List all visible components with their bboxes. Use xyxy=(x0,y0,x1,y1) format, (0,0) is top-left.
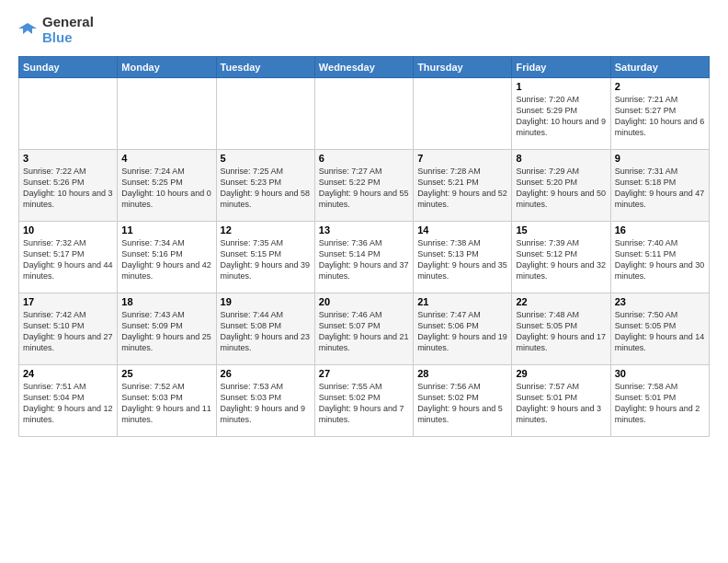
day-info: Sunrise: 7:24 AM Sunset: 5:25 PM Dayligh… xyxy=(121,166,211,211)
day-number: 5 xyxy=(221,153,311,164)
week-row-5: 24Sunrise: 7:51 AM Sunset: 5:04 PM Dayli… xyxy=(19,365,710,437)
page-container: General Blue SundayMondayTuesdayWednesda… xyxy=(0,0,728,446)
calendar-cell: 30Sunrise: 7:58 AM Sunset: 5:01 PM Dayli… xyxy=(610,365,709,437)
day-info: Sunrise: 7:43 AM Sunset: 5:09 PM Dayligh… xyxy=(121,309,211,354)
day-number: 19 xyxy=(221,296,311,307)
calendar-cell: 17Sunrise: 7:42 AM Sunset: 5:10 PM Dayli… xyxy=(19,293,118,365)
day-number: 16 xyxy=(615,224,705,236)
day-header-monday: Monday xyxy=(118,57,216,78)
calendar-cell: 29Sunrise: 7:57 AM Sunset: 5:01 PM Dayli… xyxy=(512,365,610,437)
calendar-cell: 11Sunrise: 7:34 AM Sunset: 5:16 PM Dayli… xyxy=(118,222,216,293)
day-number: 12 xyxy=(221,224,311,236)
day-number: 3 xyxy=(23,153,113,164)
calendar-cell: 26Sunrise: 7:53 AM Sunset: 5:03 PM Dayli… xyxy=(216,365,314,437)
calendar-cell: 5Sunrise: 7:25 AM Sunset: 5:23 PM Daylig… xyxy=(216,150,314,222)
day-info: Sunrise: 7:34 AM Sunset: 5:16 PM Dayligh… xyxy=(121,237,211,282)
calendar-cell: 14Sunrise: 7:38 AM Sunset: 5:13 PM Dayli… xyxy=(414,222,512,293)
day-info: Sunrise: 7:27 AM Sunset: 5:22 PM Dayligh… xyxy=(319,166,409,211)
day-number: 4 xyxy=(121,153,211,164)
day-info: Sunrise: 7:31 AM Sunset: 5:18 PM Dayligh… xyxy=(615,166,705,211)
logo-general: General xyxy=(42,15,94,30)
day-header-sunday: Sunday xyxy=(19,57,118,78)
calendar-cell: 8Sunrise: 7:29 AM Sunset: 5:20 PM Daylig… xyxy=(512,150,610,222)
day-info: Sunrise: 7:55 AM Sunset: 5:02 PM Dayligh… xyxy=(319,381,409,426)
calendar-cell: 2Sunrise: 7:21 AM Sunset: 5:27 PM Daylig… xyxy=(610,78,709,150)
logo: General Blue xyxy=(18,15,94,45)
day-info: Sunrise: 7:53 AM Sunset: 5:03 PM Dayligh… xyxy=(221,381,311,426)
day-number: 6 xyxy=(319,153,409,164)
calendar-cell: 21Sunrise: 7:47 AM Sunset: 5:06 PM Dayli… xyxy=(414,293,512,365)
calendar-cell: 4Sunrise: 7:24 AM Sunset: 5:25 PM Daylig… xyxy=(118,150,216,222)
day-header-thursday: Thursday xyxy=(414,57,512,78)
day-info: Sunrise: 7:58 AM Sunset: 5:01 PM Dayligh… xyxy=(615,381,705,426)
calendar-cell: 22Sunrise: 7:48 AM Sunset: 5:05 PM Dayli… xyxy=(512,293,610,365)
day-info: Sunrise: 7:46 AM Sunset: 5:07 PM Dayligh… xyxy=(319,309,409,354)
calendar-cell: 13Sunrise: 7:36 AM Sunset: 5:14 PM Dayli… xyxy=(314,222,413,293)
day-info: Sunrise: 7:20 AM Sunset: 5:29 PM Dayligh… xyxy=(516,94,606,139)
day-info: Sunrise: 7:51 AM Sunset: 5:04 PM Dayligh… xyxy=(23,381,113,426)
day-info: Sunrise: 7:52 AM Sunset: 5:03 PM Dayligh… xyxy=(121,381,211,426)
day-number: 30 xyxy=(615,368,705,379)
calendar-cell: 24Sunrise: 7:51 AM Sunset: 5:04 PM Dayli… xyxy=(19,365,118,437)
week-row-2: 3Sunrise: 7:22 AM Sunset: 5:26 PM Daylig… xyxy=(19,150,710,222)
calendar-cell: 3Sunrise: 7:22 AM Sunset: 5:26 PM Daylig… xyxy=(19,150,118,222)
day-info: Sunrise: 7:32 AM Sunset: 5:17 PM Dayligh… xyxy=(23,237,113,282)
week-row-3: 10Sunrise: 7:32 AM Sunset: 5:17 PM Dayli… xyxy=(19,222,710,293)
calendar-cell: 6Sunrise: 7:27 AM Sunset: 5:22 PM Daylig… xyxy=(314,150,413,222)
calendar-cell: 1Sunrise: 7:20 AM Sunset: 5:29 PM Daylig… xyxy=(512,78,610,150)
day-info: Sunrise: 7:36 AM Sunset: 5:14 PM Dayligh… xyxy=(319,237,409,282)
day-info: Sunrise: 7:38 AM Sunset: 5:13 PM Dayligh… xyxy=(417,237,507,282)
day-number: 18 xyxy=(121,296,211,307)
calendar-cell xyxy=(118,78,216,150)
calendar-cell: 25Sunrise: 7:52 AM Sunset: 5:03 PM Dayli… xyxy=(118,365,216,437)
day-info: Sunrise: 7:42 AM Sunset: 5:10 PM Dayligh… xyxy=(23,309,113,354)
day-number: 7 xyxy=(417,153,507,164)
day-info: Sunrise: 7:40 AM Sunset: 5:11 PM Dayligh… xyxy=(615,237,705,282)
day-info: Sunrise: 7:39 AM Sunset: 5:12 PM Dayligh… xyxy=(516,237,606,282)
day-number: 28 xyxy=(417,368,507,379)
day-number: 26 xyxy=(221,368,311,379)
day-number: 20 xyxy=(319,296,409,307)
day-header-friday: Friday xyxy=(512,57,610,78)
day-info: Sunrise: 7:35 AM Sunset: 5:15 PM Dayligh… xyxy=(221,237,311,282)
day-info: Sunrise: 7:28 AM Sunset: 5:21 PM Dayligh… xyxy=(417,166,507,211)
days-header-row: SundayMondayTuesdayWednesdayThursdayFrid… xyxy=(19,57,710,78)
day-number: 2 xyxy=(615,81,705,92)
day-number: 27 xyxy=(319,368,409,379)
svg-marker-0 xyxy=(18,23,37,34)
day-number: 29 xyxy=(516,368,606,379)
calendar-cell: 18Sunrise: 7:43 AM Sunset: 5:09 PM Dayli… xyxy=(118,293,216,365)
day-info: Sunrise: 7:21 AM Sunset: 5:27 PM Dayligh… xyxy=(615,94,705,139)
day-info: Sunrise: 7:29 AM Sunset: 5:20 PM Dayligh… xyxy=(516,166,606,211)
logo-blue: Blue xyxy=(42,30,94,46)
calendar-cell: 16Sunrise: 7:40 AM Sunset: 5:11 PM Dayli… xyxy=(610,222,709,293)
calendar-cell: 9Sunrise: 7:31 AM Sunset: 5:18 PM Daylig… xyxy=(610,150,709,222)
calendar-cell: 23Sunrise: 7:50 AM Sunset: 5:05 PM Dayli… xyxy=(610,293,709,365)
calendar-cell xyxy=(414,78,512,150)
day-info: Sunrise: 7:56 AM Sunset: 5:02 PM Dayligh… xyxy=(417,381,507,426)
calendar-cell xyxy=(216,78,314,150)
calendar-cell xyxy=(314,78,413,150)
calendar-cell: 19Sunrise: 7:44 AM Sunset: 5:08 PM Dayli… xyxy=(216,293,314,365)
day-number: 8 xyxy=(516,153,606,164)
day-header-wednesday: Wednesday xyxy=(314,57,413,78)
calendar-table: SundayMondayTuesdayWednesdayThursdayFrid… xyxy=(18,56,710,437)
day-number: 24 xyxy=(23,368,113,379)
calendar-cell xyxy=(19,78,118,150)
day-number: 14 xyxy=(417,224,507,236)
week-row-4: 17Sunrise: 7:42 AM Sunset: 5:10 PM Dayli… xyxy=(19,293,710,365)
day-info: Sunrise: 7:44 AM Sunset: 5:08 PM Dayligh… xyxy=(221,309,311,354)
day-info: Sunrise: 7:25 AM Sunset: 5:23 PM Dayligh… xyxy=(221,166,311,211)
day-number: 23 xyxy=(615,296,705,307)
day-header-saturday: Saturday xyxy=(610,57,709,78)
day-info: Sunrise: 7:22 AM Sunset: 5:26 PM Dayligh… xyxy=(23,166,113,211)
day-number: 21 xyxy=(417,296,507,307)
day-number: 1 xyxy=(516,81,606,92)
day-number: 25 xyxy=(121,368,211,379)
week-row-1: 1Sunrise: 7:20 AM Sunset: 5:29 PM Daylig… xyxy=(19,78,710,150)
logo-bird-icon xyxy=(18,21,37,40)
day-number: 17 xyxy=(23,296,113,307)
calendar-cell: 28Sunrise: 7:56 AM Sunset: 5:02 PM Dayli… xyxy=(414,365,512,437)
calendar-cell: 27Sunrise: 7:55 AM Sunset: 5:02 PM Dayli… xyxy=(314,365,413,437)
day-header-tuesday: Tuesday xyxy=(216,57,314,78)
